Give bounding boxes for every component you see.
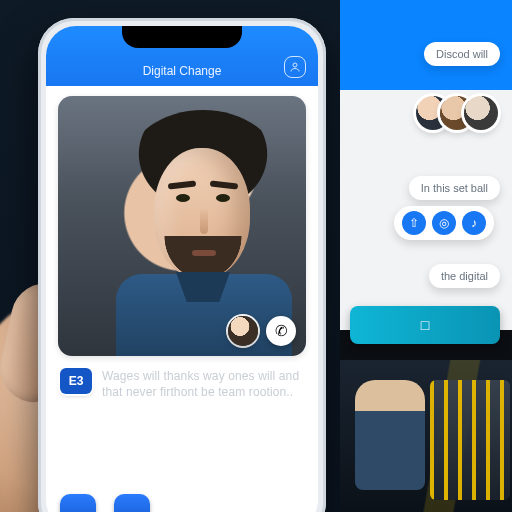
media-overlay-dock: ✆ xyxy=(228,316,296,346)
background-person xyxy=(355,380,425,490)
chip-top[interactable]: Discod will xyxy=(424,42,500,66)
studio-icon: □ xyxy=(421,317,429,333)
dock-app-1[interactable] xyxy=(60,494,96,512)
chip-mid[interactable]: In this set ball xyxy=(409,176,500,200)
reaction-pill-row[interactable]: ⇧ ◎ ♪ xyxy=(394,206,494,240)
avatar-3[interactable] xyxy=(464,96,498,130)
reaction-3-icon[interactable]: ♪ xyxy=(462,211,486,235)
background-rail xyxy=(430,380,510,500)
caption-text: Wages will thanks way ones will and that… xyxy=(102,368,304,400)
chat-icon: ✆ xyxy=(275,322,288,340)
app-dock xyxy=(46,486,318,512)
svg-point-0 xyxy=(293,63,297,67)
chat-bubble-button[interactable]: ✆ xyxy=(266,316,296,346)
dock-app-2[interactable] xyxy=(114,494,150,512)
caption-row: E3 Wages will thanks way ones will and t… xyxy=(46,364,318,406)
reaction-2-icon[interactable]: ◎ xyxy=(432,211,456,235)
studio-tile[interactable]: □ xyxy=(350,306,500,344)
media-card[interactable]: ✆ xyxy=(58,96,306,356)
phone-frame: Digital Change ✆ xyxy=(38,18,326,512)
label-badge[interactable]: E3 xyxy=(60,368,92,394)
phone-screen: Digital Change ✆ xyxy=(46,26,318,512)
friend-avatar[interactable] xyxy=(228,316,258,346)
phone-stage: Digital Change ✆ xyxy=(0,0,340,512)
avatar-stack[interactable] xyxy=(416,96,498,130)
reaction-1-icon[interactable]: ⇧ xyxy=(402,211,426,235)
app-title: Digital Change xyxy=(143,64,222,78)
notch xyxy=(122,26,242,48)
chip-low[interactable]: the digital xyxy=(429,264,500,288)
header-profile-button[interactable] xyxy=(284,56,306,78)
profile-icon xyxy=(289,61,301,73)
